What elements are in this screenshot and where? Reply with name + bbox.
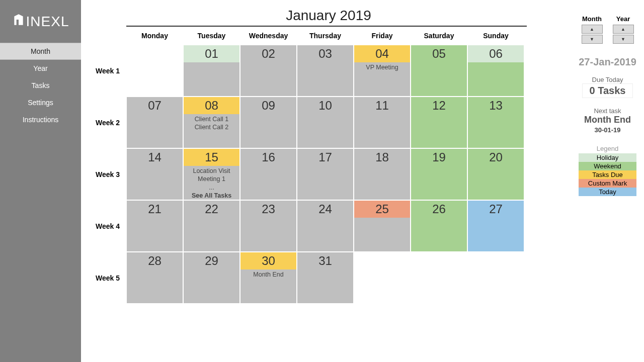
week-row: Week 5282930Month End31 — [89, 252, 576, 304]
calendar-cell[interactable]: 24 — [297, 200, 354, 252]
day-number: 02 — [240, 45, 296, 62]
calendar-cell[interactable]: 28 — [126, 252, 183, 304]
day-header-row: MondayTuesdayWednesdayThursdayFridaySatu… — [89, 27, 576, 45]
cell-body — [127, 218, 183, 251]
task-entry: VP Meeting — [366, 63, 398, 71]
day-number: 08 — [184, 97, 239, 114]
cell-body — [127, 166, 183, 200]
see-all-tasks-link[interactable]: See All Tasks — [192, 192, 231, 200]
year-down-button[interactable]: ▼ — [613, 35, 634, 44]
calendar-cell[interactable]: 06 — [467, 45, 524, 97]
day-number: 25 — [354, 201, 410, 218]
calendar-cell[interactable]: 10 — [297, 97, 354, 148]
day-number: 24 — [297, 201, 353, 218]
calendar-cell[interactable]: 12 — [411, 97, 467, 148]
week-row: Week 31415Location VisitMeeting 1...See … — [89, 148, 576, 200]
next-task-label: Next task — [594, 107, 621, 115]
cell-body — [127, 114, 183, 148]
task-entry: Location Visit — [193, 167, 230, 175]
day-number: 28 — [127, 252, 183, 269]
calendar-cell[interactable]: 23 — [240, 200, 297, 252]
cell-body — [240, 114, 296, 148]
day-number: 01 — [184, 45, 239, 62]
sidebar-item-settings[interactable]: Settings — [0, 94, 81, 111]
calendar-cell[interactable]: 14 — [126, 148, 183, 200]
day-header: Thursday — [297, 27, 354, 45]
calendar-cell[interactable]: 04VP Meeting — [354, 45, 411, 97]
sidebar-item-month[interactable]: Month — [0, 43, 81, 60]
calendar-cell[interactable]: 31 — [297, 252, 354, 304]
calendar-cell[interactable]: 29 — [183, 252, 240, 304]
calendar-cell[interactable]: 01 — [183, 45, 240, 97]
day-header: Monday — [126, 27, 183, 45]
calendar-cell[interactable]: 22 — [183, 200, 240, 252]
cell-body: VP Meeting — [354, 62, 410, 96]
legend-row-holiday: Holiday — [579, 153, 636, 162]
cell-body — [297, 218, 353, 251]
day-number: 05 — [411, 45, 467, 62]
calendar-cell[interactable]: 15Location VisitMeeting 1...See All Task… — [183, 148, 240, 200]
calendar-cell[interactable]: 21 — [126, 200, 183, 252]
week-label: Week 2 — [89, 97, 126, 148]
sidebar-item-year[interactable]: Year — [0, 60, 81, 77]
due-today-label: Due Today — [592, 76, 623, 83]
day-number: 21 — [127, 201, 183, 218]
calendar-cell[interactable]: 25 — [354, 200, 411, 252]
calendar-cell[interactable]: 16 — [240, 148, 297, 200]
legend-title: Legend — [579, 145, 636, 152]
calendar-cell[interactable]: 17 — [297, 148, 354, 200]
calendar-grid: MondayTuesdayWednesdayThursdayFridaySatu… — [89, 27, 576, 304]
legend-row-today: Today — [579, 188, 636, 196]
cell-body — [184, 218, 239, 251]
cell-body — [297, 114, 353, 148]
day-number: 06 — [468, 45, 524, 62]
calendar-cell[interactable]: 07 — [126, 97, 183, 148]
month-down-button[interactable]: ▼ — [582, 35, 603, 44]
legend-row-custom-mark: Custom Mark — [579, 179, 636, 188]
cell-body — [184, 62, 239, 96]
calendar-cell — [411, 252, 467, 304]
cell-body — [411, 166, 467, 200]
sidebar-item-tasks[interactable]: Tasks — [0, 77, 81, 94]
calendar-cell[interactable]: 27 — [467, 200, 524, 252]
day-number: 27 — [468, 201, 524, 218]
calendar-cell[interactable]: 20 — [467, 148, 524, 200]
calendar-cell[interactable]: 05 — [411, 45, 467, 97]
day-number: 17 — [297, 149, 353, 166]
calendar-cell — [467, 252, 524, 304]
day-number: 14 — [127, 149, 183, 166]
calendar-cell[interactable]: 18 — [354, 148, 411, 200]
calendar-cell[interactable]: 26 — [411, 200, 467, 252]
calendar-cell[interactable]: 08Client Call 1Client Call 2 — [183, 97, 240, 148]
calendar-cell[interactable]: 19 — [411, 148, 467, 200]
day-header: Wednesday — [240, 27, 297, 45]
brand-icon — [12, 13, 25, 30]
task-ellipsis: ... — [209, 184, 214, 192]
page-title: January 2019 — [81, 0, 576, 24]
task-entry: Month End — [253, 270, 283, 279]
cell-body — [411, 114, 467, 148]
day-number: 29 — [184, 252, 239, 269]
calendar-cell[interactable]: 02 — [240, 45, 297, 97]
sidebar-item-instructions[interactable]: Instructions — [0, 111, 81, 128]
month-up-button[interactable]: ▲ — [582, 25, 603, 34]
cell-body: Location VisitMeeting 1...See All Tasks — [184, 166, 239, 200]
calendar-cell[interactable]: 13 — [467, 97, 524, 148]
week-label: Week 4 — [89, 200, 126, 252]
day-number: 15 — [184, 149, 239, 166]
year-stepper: Year ▲ ▼ — [613, 15, 634, 44]
calendar-cell[interactable]: 09 — [240, 97, 297, 148]
month-stepper: Month ▲ ▼ — [582, 15, 603, 44]
week-row: Week 421222324252627 — [89, 200, 576, 252]
sidebar: INEXL MonthYearTasksSettingsInstructions — [0, 0, 81, 362]
year-up-button[interactable]: ▲ — [613, 25, 634, 34]
calendar-cell[interactable]: 30Month End — [240, 252, 297, 304]
day-number: 18 — [354, 149, 410, 166]
calendar-cell[interactable]: 11 — [354, 97, 411, 148]
day-number: 23 — [240, 201, 296, 218]
day-number: 11 — [354, 97, 410, 114]
calendar-cell[interactable]: 03 — [297, 45, 354, 97]
cell-body — [240, 62, 296, 96]
week-label-spacer — [89, 27, 126, 45]
brand-text: INEXL — [26, 14, 69, 30]
